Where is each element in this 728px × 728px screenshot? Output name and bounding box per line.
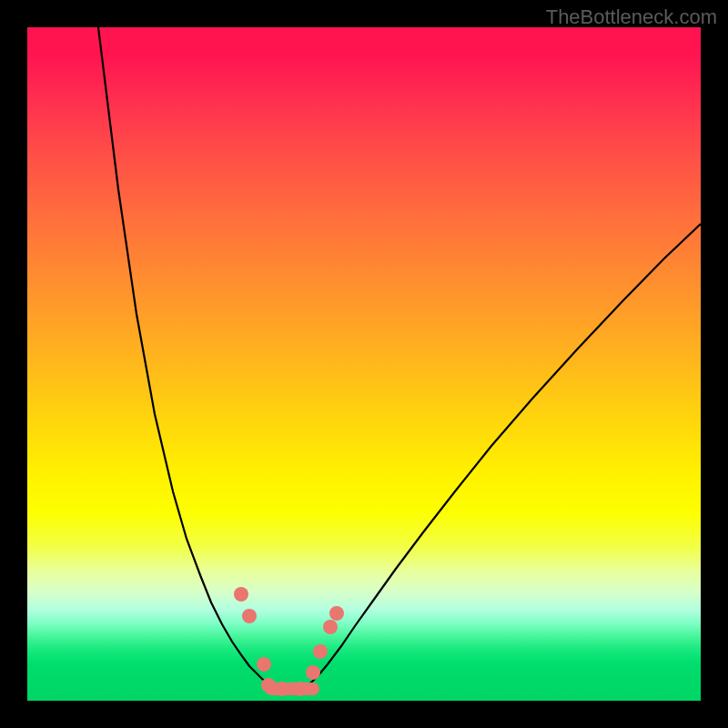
bottleneck-marker [257, 657, 271, 672]
bottleneck-curve-left [98, 27, 278, 687]
bottleneck-markers [234, 587, 344, 696]
bottleneck-marker [323, 620, 338, 634]
bottleneck-curve-right [305, 224, 701, 687]
bottleneck-marker [313, 644, 328, 659]
bottleneck-marker [329, 606, 344, 621]
bottleneck-marker [242, 609, 257, 623]
chart-svg [27, 27, 701, 701]
chart-frame: TheBottleneck.com [0, 0, 728, 728]
chart-plot-area [27, 27, 701, 701]
bottleneck-marker [261, 678, 276, 693]
watermark-text: TheBottleneck.com [546, 5, 717, 29]
bottleneck-marker [275, 682, 289, 696]
bottleneck-marker [234, 587, 248, 602]
bottleneck-marker [293, 682, 308, 696]
bottleneck-marker [306, 665, 320, 680]
